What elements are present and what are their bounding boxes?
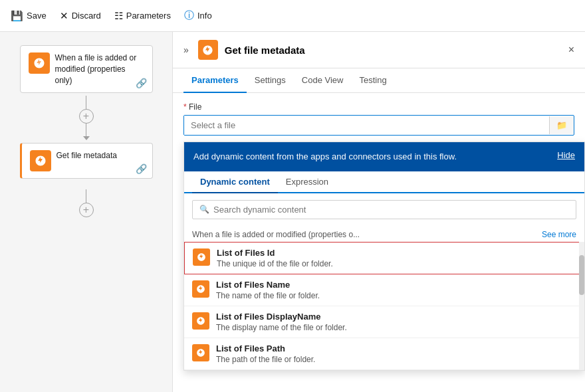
files-name-svg xyxy=(196,284,205,294)
params-icon: ☷ xyxy=(114,10,123,22)
panel-tabs: Parameters Settings Code View Testing xyxy=(173,68,585,93)
right-panel: » Get file metadata × Parameters Setting… xyxy=(173,32,585,392)
file-field-label: * File xyxy=(183,102,574,112)
line-1 xyxy=(86,96,86,109)
tab-testing[interactable]: Testing xyxy=(351,68,394,93)
files-id-name: List of Files Id xyxy=(217,248,576,258)
add-step-button-1[interactable]: + xyxy=(79,109,94,124)
files-displayname-label: List of Files DisplayName xyxy=(216,312,576,322)
files-path-info: List of Files Path The path of the file … xyxy=(216,343,576,364)
dynamic-item-files-path[interactable]: List of Files Path The path of the file … xyxy=(184,338,584,370)
tab-code-view[interactable]: Code View xyxy=(294,68,352,93)
panel-expand-button[interactable]: » xyxy=(183,45,189,55)
files-displayname-desc: The display name of the file or folder. xyxy=(216,323,576,332)
discard-label: Discard xyxy=(72,11,101,21)
scrollbar[interactable] xyxy=(579,242,584,370)
info-button[interactable]: ⓘ Info xyxy=(184,9,212,22)
folder-icon: 📁 xyxy=(556,120,567,130)
panel-title: Get file metadata xyxy=(225,45,562,56)
trigger-card[interactable]: When a file is added or modified (proper… xyxy=(20,45,153,93)
files-name-desc: The name of the file or folder. xyxy=(216,291,576,300)
action-card[interactable]: Get file metadata 🔗 xyxy=(20,143,153,179)
dynamic-item-files-displayname[interactable]: List of Files DisplayName The display na… xyxy=(184,306,584,338)
discard-icon: ✕ xyxy=(60,10,68,22)
scrollbar-thumb[interactable] xyxy=(579,255,584,295)
params-label: Parameters xyxy=(126,11,171,21)
files-name-info: List of Files Name The name of the file … xyxy=(216,280,576,300)
files-id-desc: The unique id of the file or folder. xyxy=(217,259,576,268)
dynamic-content-dropdown: Add dynamic content from the apps and co… xyxy=(183,142,585,371)
files-id-svg xyxy=(197,252,206,262)
toolbar: 💾 Save ✕ Discard ☷ Parameters ⓘ Info xyxy=(0,0,585,32)
panel-header-icon xyxy=(198,40,218,60)
files-id-icon xyxy=(193,248,210,266)
dynamic-header: Add dynamic content from the apps and co… xyxy=(184,142,584,171)
save-label: Save xyxy=(27,11,47,21)
file-browse-button[interactable]: 📁 xyxy=(549,116,574,134)
dynamic-search-box[interactable]: 🔍 xyxy=(192,200,576,219)
trigger-card-text: When a file is added or modified (proper… xyxy=(55,52,144,86)
info-icon: ⓘ xyxy=(184,9,194,22)
files-displayname-svg xyxy=(196,316,205,326)
file-input-row[interactable]: 📁 xyxy=(183,115,574,136)
add-step-button-2[interactable]: + xyxy=(79,203,94,217)
files-name-label: List of Files Name xyxy=(216,280,576,290)
arrow-1 xyxy=(83,136,90,140)
files-name-icon xyxy=(192,280,209,298)
files-path-svg xyxy=(196,348,205,357)
trigger-icon xyxy=(33,57,45,69)
canvas: When a file is added or modified (proper… xyxy=(0,32,173,392)
line-2 xyxy=(86,124,86,137)
trigger-card-icon xyxy=(29,52,50,74)
action-icon xyxy=(35,155,47,167)
panel-close-button[interactable]: × xyxy=(568,44,574,56)
dynamic-hide-button[interactable]: Hide xyxy=(557,150,575,160)
file-label-text: File xyxy=(189,102,201,112)
main-layout: When a file is added or modified (proper… xyxy=(0,32,585,392)
tab-parameters[interactable]: Parameters xyxy=(183,68,247,93)
save-icon: 💾 xyxy=(11,10,23,22)
info-label: Info xyxy=(197,11,212,21)
dynamic-search-input[interactable] xyxy=(213,205,569,215)
action-card-icon xyxy=(30,150,51,171)
search-icon: 🔍 xyxy=(199,205,209,214)
discard-button[interactable]: ✕ Discard xyxy=(60,10,101,22)
files-id-info: List of Files Id The unique id of the fi… xyxy=(217,248,576,268)
dynamic-header-text: Add dynamic content from the apps and co… xyxy=(193,150,557,163)
trigger-link-icon: 🔗 xyxy=(136,78,147,88)
parameters-button[interactable]: ☷ Parameters xyxy=(114,10,171,22)
dynamic-tabs: Dynamic content Expression xyxy=(184,171,584,193)
see-more-link[interactable]: See more xyxy=(542,230,576,239)
dynamic-item-files-name[interactable]: List of Files Name The name of the file … xyxy=(184,274,584,306)
panel-header: » Get file metadata × xyxy=(173,32,585,68)
files-path-label: List of Files Path xyxy=(216,343,576,353)
files-path-desc: The path of the file or folder. xyxy=(216,355,576,364)
dynamic-tab-expression[interactable]: Expression xyxy=(278,171,336,192)
save-button[interactable]: 💾 Save xyxy=(11,10,47,22)
action-link-icon: 🔗 xyxy=(136,163,147,174)
required-star: * xyxy=(183,102,189,112)
action-card-text: Get file metadata xyxy=(57,150,117,161)
dynamic-section-title: When a file is added or modified (proper… xyxy=(192,230,360,239)
dynamic-items-container: List of Files Id The unique id of the fi… xyxy=(184,242,584,370)
dynamic-section-label: When a file is added or modified (proper… xyxy=(184,226,584,242)
files-displayname-icon xyxy=(192,312,209,330)
connector-1: + xyxy=(79,96,94,140)
files-displayname-info: List of Files DisplayName The display na… xyxy=(216,312,576,332)
dynamic-tab-content[interactable]: Dynamic content xyxy=(192,171,278,193)
dynamic-item-files-id[interactable]: List of Files Id The unique id of the fi… xyxy=(184,242,584,274)
file-input[interactable] xyxy=(184,116,549,135)
line-3 xyxy=(86,189,86,203)
panel-action-icon xyxy=(202,45,213,56)
canvas-bottom-plus: + xyxy=(79,189,94,217)
tab-settings[interactable]: Settings xyxy=(247,68,294,93)
files-path-icon xyxy=(192,344,209,361)
